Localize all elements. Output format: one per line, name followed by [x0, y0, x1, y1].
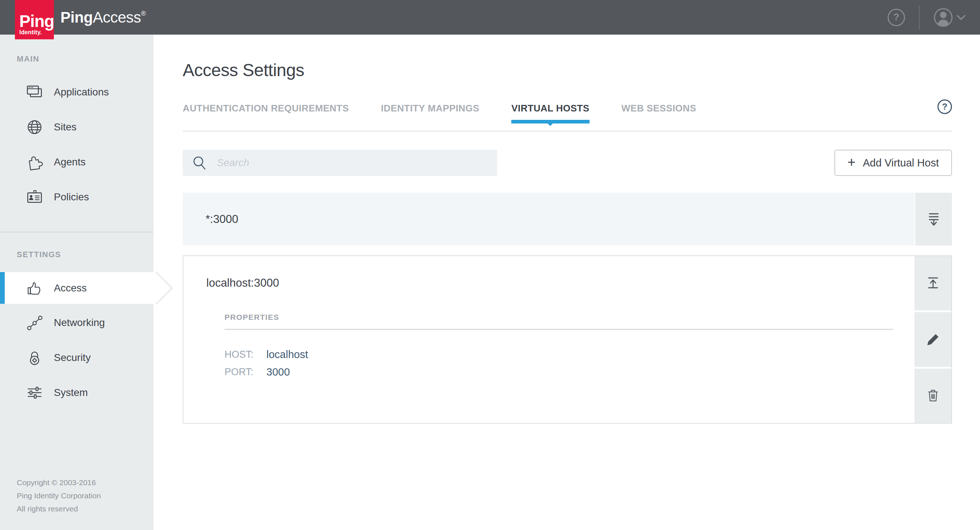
- sidebar-item-agents[interactable]: Agents: [0, 145, 154, 180]
- virtual-host-name: localhost:3000: [206, 276, 914, 290]
- edit-button[interactable]: [915, 312, 951, 366]
- sidebar-item-system[interactable]: System: [0, 375, 154, 410]
- applications-icon: [25, 83, 44, 101]
- puzzle-icon: [25, 153, 44, 171]
- host-value: localhost: [266, 349, 308, 361]
- sidebar-item-networking[interactable]: Networking: [0, 305, 154, 340]
- edit-pencil-icon: [925, 331, 942, 348]
- id-card-icon: [25, 188, 44, 206]
- port-label: PORT:: [224, 366, 266, 378]
- sidebar-item-label: Applications: [54, 86, 109, 98]
- properties-divider: [224, 329, 893, 330]
- sliders-icon: [25, 383, 44, 402]
- user-avatar-icon: [934, 8, 953, 27]
- tab-web-sessions[interactable]: WEB SESSIONS: [622, 103, 697, 123]
- property-row-port: PORT: 3000: [224, 363, 893, 381]
- collapse-button[interactable]: [915, 256, 951, 310]
- sidebar-section-settings: SETTINGS: [17, 250, 154, 259]
- search-input[interactable]: [183, 150, 497, 176]
- sidebar-item-label: Sites: [54, 121, 76, 133]
- app-title: PingAccess®: [60, 0, 146, 35]
- sidebar-item-label: Agents: [54, 156, 86, 168]
- sidebar: MAIN Applications: [0, 35, 154, 530]
- section-help-icon[interactable]: ?: [937, 99, 952, 114]
- sidebar-item-label: Access: [54, 282, 87, 294]
- tab-virtual-hosts[interactable]: VIRTUAL HOSTS: [511, 103, 589, 123]
- copyright-line: Copyright © 2003-2016: [17, 476, 101, 489]
- virtual-host-name: *:3000: [205, 213, 239, 226]
- ping-identity-logo[interactable]: Ping Identity.: [15, 0, 54, 39]
- copyright-line: Ping Identity Corporation: [17, 489, 101, 502]
- copyright-footer: Copyright © 2003-2016 Ping Identity Corp…: [17, 476, 101, 516]
- main-nav: Applications Sites: [0, 75, 154, 214]
- thumbs-up-icon: [25, 279, 44, 297]
- sidebar-divider: [0, 231, 154, 232]
- header-divider: [183, 131, 952, 131]
- logo-text-identity: Identity.: [19, 29, 42, 36]
- trash-icon: [925, 388, 941, 404]
- user-menu[interactable]: [934, 8, 966, 27]
- search-icon: [191, 155, 208, 172]
- sidebar-item-label: Security: [54, 352, 91, 364]
- top-bar: Ping Identity. PingAccess® ?: [0, 0, 980, 35]
- expand-icon: [925, 211, 942, 228]
- sidebar-item-label: Policies: [54, 191, 89, 203]
- properties-heading: PROPERTIES: [224, 313, 893, 322]
- globe-icon: [25, 118, 44, 136]
- sidebar-item-label: System: [54, 387, 88, 399]
- sidebar-item-sites[interactable]: Sites: [0, 110, 154, 145]
- search-box: [183, 150, 497, 176]
- network-nodes-icon: [25, 314, 44, 332]
- add-virtual-host-button[interactable]: + Add Virtual Host: [834, 150, 952, 176]
- port-value: 3000: [266, 366, 290, 378]
- main-content: Access Settings AUTHENTICATION REQUIREME…: [154, 35, 980, 530]
- collapse-icon: [924, 275, 942, 292]
- tab-bar: AUTHENTICATION REQUIREMENTS IDENTITY MAP…: [183, 103, 952, 123]
- page-title: Access Settings: [183, 60, 952, 80]
- expand-button[interactable]: [915, 193, 952, 246]
- virtual-host-row-main: *:3000: [183, 193, 915, 246]
- sidebar-item-label: Networking: [54, 317, 105, 329]
- copyright-line: All rights reserved: [17, 502, 101, 516]
- topbar-divider: [919, 5, 920, 29]
- add-virtual-host-label: Add Virtual Host: [863, 157, 939, 169]
- property-row-host: HOST: localhost: [224, 346, 893, 363]
- lock-icon: [25, 349, 44, 367]
- help-icon[interactable]: ?: [888, 9, 905, 26]
- virtual-host-row-collapsed[interactable]: *:3000: [183, 193, 952, 246]
- chevron-down-icon: [957, 14, 966, 21]
- tab-authentication-requirements[interactable]: AUTHENTICATION REQUIREMENTS: [183, 103, 349, 123]
- logo-text-ping: Ping: [19, 14, 54, 29]
- sidebar-item-applications[interactable]: Applications: [0, 75, 154, 110]
- host-label: HOST:: [224, 349, 266, 360]
- sidebar-item-policies[interactable]: Policies: [0, 180, 154, 214]
- sidebar-item-security[interactable]: Security: [0, 340, 154, 375]
- virtual-host-card-expanded: localhost:3000 PROPERTIES HOST: localhos…: [183, 255, 952, 424]
- delete-button[interactable]: [915, 369, 951, 423]
- card-action-column: [914, 256, 951, 423]
- tab-identity-mappings[interactable]: IDENTITY MAPPINGS: [381, 103, 480, 123]
- sidebar-item-access[interactable]: Access: [0, 272, 156, 304]
- settings-nav: Access Networking: [0, 272, 154, 410]
- sidebar-section-main: MAIN: [17, 54, 154, 64]
- plus-icon: +: [848, 155, 856, 169]
- pingaccess-app: Ping Identity. PingAccess® ?: [0, 0, 980, 530]
